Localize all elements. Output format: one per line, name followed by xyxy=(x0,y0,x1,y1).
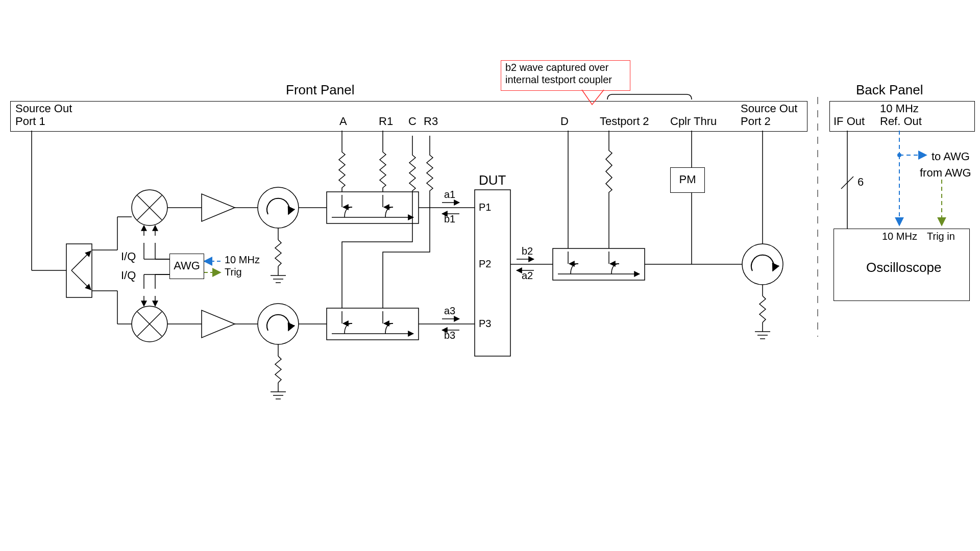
label-a3: a3 xyxy=(444,305,455,317)
label-P3: P3 xyxy=(479,318,491,330)
svg-marker-33 xyxy=(202,310,235,338)
svg-rect-56 xyxy=(475,190,510,356)
awg-trig-label: Trig xyxy=(225,266,242,278)
bus-6-label: 6 xyxy=(857,176,864,189)
svg-point-17 xyxy=(258,187,299,228)
iq-label-top: I/Q xyxy=(121,250,136,263)
label-b3: b3 xyxy=(444,330,455,341)
label-a2: a2 xyxy=(522,270,533,282)
label-b2: b2 xyxy=(522,245,533,257)
svg-rect-49 xyxy=(327,308,419,340)
schematic-lines xyxy=(0,0,980,551)
pm-label: PM xyxy=(671,173,704,186)
svg-rect-64 xyxy=(553,248,645,280)
svg-marker-15 xyxy=(202,194,235,221)
dut-title: DUT xyxy=(479,172,506,188)
svg-rect-42 xyxy=(327,192,419,223)
awg-label: AWG xyxy=(170,259,204,272)
label-a1: a1 xyxy=(444,189,455,201)
label-P2: P2 xyxy=(479,258,491,270)
iq-label-bot: I/Q xyxy=(121,269,136,282)
osc-10mhz-label: 10 MHz xyxy=(882,231,917,242)
awg-10mhz-label: 10 MHz xyxy=(225,254,260,266)
oscilloscope-label: Oscilloscope xyxy=(866,260,941,276)
diagram-stage: Front Panel Back Panel Source Out Port 1… xyxy=(0,0,980,551)
pm-block: PM xyxy=(670,167,705,193)
svg-rect-3 xyxy=(66,244,92,297)
label-b1: b1 xyxy=(444,213,455,225)
awg-block: AWG xyxy=(169,254,204,279)
label-P1: P1 xyxy=(479,202,491,213)
svg-point-73 xyxy=(742,244,783,285)
svg-point-35 xyxy=(258,304,299,344)
osc-trigin-label: Trig in xyxy=(927,231,955,242)
